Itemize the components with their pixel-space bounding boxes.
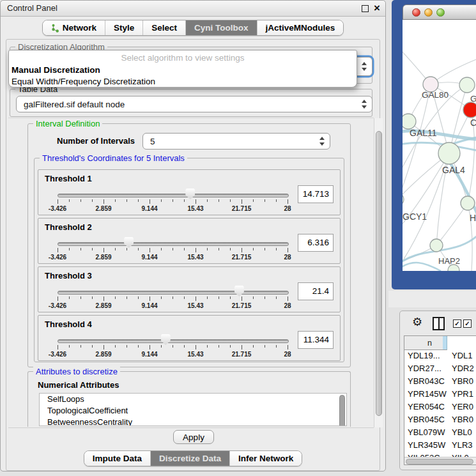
table-row[interactable]: YBL079WYBL0 — [404, 427, 476, 440]
tick-mark — [69, 296, 70, 299]
dropdown-option-manual-discretization[interactable]: Manual Discretization — [9, 65, 357, 76]
list-scrollbar-thumb[interactable] — [339, 395, 345, 426]
table-row[interactable]: YPR145WYPR1 — [404, 389, 476, 402]
tick-mark — [115, 199, 116, 202]
network-edge[interactable] — [403, 84, 431, 205]
node-h[interactable] — [461, 196, 475, 210]
slider-tick-labels: -3.4262.8599.14415.4321.71528 — [58, 351, 288, 358]
column-header-name[interactable]: n — [404, 336, 443, 350]
threshold-value-field[interactable]: 21.4 — [298, 282, 334, 300]
attribute-list-item[interactable]: SelfLoops — [40, 394, 346, 405]
node-label: GAL80 — [422, 90, 449, 100]
horizontal-scrollbar-thumb[interactable] — [406, 459, 473, 464]
tab-network[interactable]: Network — [43, 20, 105, 35]
table-row[interactable]: YDL19...YDL1 — [404, 351, 476, 364]
threshold-value-field[interactable]: 6.316 — [298, 234, 334, 252]
slider-thumb[interactable] — [234, 286, 244, 296]
tick-label: 15.43 — [187, 351, 203, 358]
network-window-titlebar[interactable] — [403, 4, 476, 20]
horizontal-scrollbar[interactable] — [404, 457, 476, 465]
table-row[interactable]: YBR043CYBR0 — [404, 376, 476, 389]
threshold-panel: Threshold 4 -3.4262.8599.14415.4321.7152… — [38, 315, 341, 361]
tab-style[interactable]: Style — [105, 20, 143, 35]
vertical-scrollbar[interactable] — [374, 118, 383, 427]
tab-impute-data[interactable]: Impute Data — [84, 451, 151, 466]
node-gal4[interactable] — [438, 142, 460, 164]
attribute-list-item[interactable]: BetweennessCentrality — [40, 417, 346, 426]
columns-icon[interactable] — [433, 317, 445, 330]
tick-mark — [104, 248, 104, 252]
table-row[interactable]: YER054CYER0 — [404, 402, 476, 415]
tab-discretize-data[interactable]: Discretize Data — [151, 451, 230, 466]
close-icon[interactable]: × — [374, 1, 380, 15]
node-unlabeled-top[interactable] — [459, 77, 475, 93]
tick-label: 2.859 — [95, 351, 111, 358]
node-selected-red[interactable] — [463, 102, 476, 118]
float-window-icon[interactable] — [362, 5, 369, 12]
tab-bar: Network Style Select Cyni Toolbox jActiv… — [1, 20, 385, 36]
tick-label: 21.715 — [232, 254, 252, 261]
slider-track[interactable] — [58, 242, 289, 246]
tick-mark — [150, 199, 150, 204]
threshold-value-field[interactable]: 11.344 — [298, 331, 334, 349]
tick-mark — [138, 248, 139, 250]
tab-select[interactable]: Select — [143, 20, 186, 35]
window-title: Control Panel — [7, 3, 58, 13]
network-edge-highlighted[interactable] — [403, 263, 441, 271]
network-canvas[interactable]: GAL80GACGAL11GAL4GCY1HHAP2 — [403, 20, 476, 271]
tick-label: 2.859 — [95, 302, 111, 309]
node-gal11[interactable] — [403, 114, 416, 129]
network-edge[interactable] — [436, 203, 468, 245]
minimize-traffic-light-icon[interactable] — [424, 8, 433, 17]
tab-cyni-toolbox[interactable]: Cyni Toolbox — [186, 20, 257, 35]
interval-definition-group-title: Interval Definition — [33, 119, 102, 128]
zoom-traffic-light-icon[interactable] — [436, 8, 445, 17]
slider-thumb[interactable] — [185, 188, 195, 199]
slider-thumb[interactable] — [161, 334, 171, 345]
number-of-intervals-combobox[interactable]: 5 — [142, 133, 330, 150]
numerical-attributes-label: Numerical Attributes — [38, 380, 119, 390]
slider-track[interactable] — [58, 194, 289, 197]
slider-track[interactable] — [58, 291, 289, 295]
tick-mark — [161, 296, 162, 299]
tick-mark — [219, 345, 219, 348]
numerical-attributes-list[interactable]: SelfLoopsTopologicalCoefficientBetweenne… — [39, 393, 347, 426]
cell-name: YER0 — [447, 402, 473, 415]
tick-mark — [92, 296, 93, 299]
checkbox-icon[interactable]: ✓ — [463, 319, 472, 328]
cell-shared-name: YLR345W — [404, 440, 447, 453]
threshold-value-field[interactable]: 14.713 — [298, 185, 334, 203]
table-row[interactable]: YDR27...YDR2 — [404, 364, 476, 376]
slider-thumb[interactable] — [124, 237, 134, 248]
apply-button[interactable]: Apply — [173, 430, 214, 444]
network-graph: GAL80GACGAL11GAL4GCY1HHAP2 — [403, 20, 476, 271]
table-row[interactable]: YBR045CYBR0 — [404, 415, 476, 427]
algorithm-dropdown-popup: Select algorithm to view settings Manual… — [8, 50, 357, 88]
cell-shared-name: YER054C — [404, 402, 447, 415]
tab-jactivemnodules[interactable]: jActiveMNodules — [257, 20, 344, 35]
tick-label: 2.859 — [95, 254, 111, 261]
node-hap2[interactable] — [430, 239, 443, 252]
tick-label: -3.426 — [49, 302, 66, 309]
dropdown-placeholder-item[interactable]: Select algorithm to view settings — [9, 50, 357, 65]
tick-mark — [265, 199, 265, 202]
close-traffic-light-icon[interactable] — [412, 8, 420, 17]
slider-track[interactable] — [58, 339, 289, 343]
attributes-list-items: SelfLoopsTopologicalCoefficientBetweenne… — [40, 394, 346, 426]
tick-mark — [92, 199, 93, 202]
combo-stepper-icon — [362, 62, 367, 71]
node-gcy1[interactable] — [403, 193, 404, 206]
tick-mark — [288, 345, 288, 349]
vertical-scrollbar-thumb[interactable] — [376, 131, 382, 416]
tab-infer-network[interactable]: Infer Network — [230, 451, 302, 466]
tick-mark — [69, 345, 70, 348]
gear-icon[interactable]: ⚙ — [412, 316, 422, 328]
table-data-combobox[interactable]: galFiltered.sif default node — [16, 96, 372, 112]
dropdown-option-equal-width-frequency[interactable]: Equal Width/Frequency Discretization — [9, 76, 357, 88]
table-row[interactable]: YLR345WYLR3 — [404, 440, 476, 453]
tick-mark — [242, 345, 242, 349]
checkbox-icon[interactable]: ✓ — [453, 319, 461, 328]
cell-name: YBR0 — [447, 376, 473, 389]
attribute-list-item[interactable]: TopologicalCoefficient — [40, 405, 346, 417]
slider-ticks — [58, 199, 288, 204]
